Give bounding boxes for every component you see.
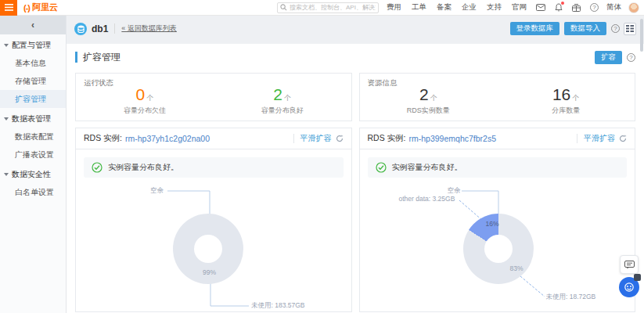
refresh-icon[interactable] xyxy=(336,135,344,142)
sidebar-item-basic-info[interactable]: 基本信息 xyxy=(0,54,66,72)
sidebar-item-broadcast-table[interactable]: 广播表设置 xyxy=(0,146,66,164)
rds-instance-id-link[interactable]: rm-hp37yh1c2g02na00 xyxy=(125,134,210,143)
hamburger-glyph xyxy=(5,4,13,11)
scrollbar-thumb[interactable] xyxy=(640,19,643,52)
nav-tickets[interactable]: 工单 xyxy=(412,2,426,13)
stat-unit: 个 xyxy=(572,94,579,102)
notification-dot xyxy=(561,2,564,5)
sidebar-item-storage-mgmt[interactable]: 存储管理 xyxy=(0,72,66,90)
stat-unit: 个 xyxy=(146,94,153,102)
aliyun-logo[interactable]: (-) 阿里云 xyxy=(23,2,58,13)
card-header: RDS 实例: rm-hp399emqhc7fbr2s5 平滑扩容 xyxy=(360,128,635,149)
nav-billing[interactable]: 费用 xyxy=(387,2,401,13)
stat-label: 分库数量 xyxy=(497,106,635,116)
header-help-icon[interactable]: ? xyxy=(611,24,620,33)
mail-icon[interactable] xyxy=(535,2,545,13)
sidebar-group-tables-header[interactable]: 数据表管理 xyxy=(0,110,66,128)
free-space-label: 空余 xyxy=(150,186,164,196)
sidebar-item-table-config[interactable]: 数据表配置 xyxy=(0,128,66,146)
topbar-nav: 费用 工单 备案 企业 支持 官网 xyxy=(387,2,527,13)
unused-percent-label: 99% xyxy=(203,268,216,276)
rds-instance-label: RDS 实例: xyxy=(84,133,122,144)
topbar-icons: ? xyxy=(535,2,599,13)
sidebar-group-label: 数据表管理 xyxy=(12,113,51,124)
stat-shard-count: 16个 分库数量 xyxy=(497,78,635,116)
page-header: db1 « 返回数据库列表 登录数据库 数据导入 ? xyxy=(67,16,644,41)
page-title: db1 xyxy=(92,23,108,34)
other-data-label: other data: 3.25GB xyxy=(399,195,455,203)
sidebar-group-config-header[interactable]: 配置与管理 xyxy=(0,36,66,54)
assistant-badge xyxy=(634,274,641,281)
rds-instance-id-link[interactable]: rm-hp399emqhc7fbr2s5 xyxy=(409,134,496,143)
stat-capacity-good: 2个 容量分布良好 xyxy=(214,78,351,116)
stat-unit: 个 xyxy=(284,94,291,102)
resource-info-box: 资源信息 2个 RDS实例数量 16个 分库数量 xyxy=(359,73,636,121)
app-box-icon[interactable] xyxy=(571,2,581,13)
check-circle-icon xyxy=(376,162,387,173)
stat-value: 16 xyxy=(552,85,570,103)
stat-unit: 个 xyxy=(430,94,437,102)
back-to-database-list-link[interactable]: « 返回数据库列表 xyxy=(114,23,177,34)
sidebar-group-label: 配置与管理 xyxy=(12,40,51,51)
nav-website[interactable]: 官网 xyxy=(512,2,527,13)
divider xyxy=(293,134,294,143)
leader-lines xyxy=(76,128,351,311)
stat-value: 2 xyxy=(419,85,429,103)
smooth-expand-link[interactable]: 平滑扩容 xyxy=(584,133,615,144)
capacity-donut-chart: 空余 other data: 3.25GB 16% 83% 未使用: 18.72… xyxy=(360,128,635,311)
smooth-expand-link[interactable]: 平滑扩容 xyxy=(300,133,332,144)
search-input[interactable] xyxy=(290,4,376,11)
global-search[interactable] xyxy=(277,2,379,13)
rds-instance-card-2: RDS 实例: rm-hp399emqhc7fbr2s5 平滑扩容 实例容量分布… xyxy=(359,128,636,312)
status-strip: 实例容量分布良好。 xyxy=(368,157,628,178)
sidebar-item-expansion-mgmt[interactable]: 扩容管理 xyxy=(0,90,66,108)
robot-icon xyxy=(624,282,635,293)
stat-label: RDS实例数量 xyxy=(360,106,498,116)
nav-icp[interactable]: 备案 xyxy=(437,2,452,13)
language-selector[interactable]: 简体 xyxy=(606,2,621,13)
section-title: 扩容管理 xyxy=(75,52,121,63)
hamburger-menu-icon[interactable] xyxy=(0,0,17,16)
main-content: db1 « 返回数据库列表 登录数据库 数据导入 ? 扩容管理 扩容 ? 运行状… xyxy=(67,16,644,313)
user-avatar[interactable] xyxy=(628,2,639,13)
notification-bell-icon[interactable] xyxy=(553,2,563,13)
stat-value: 2 xyxy=(273,85,282,103)
sidebar-group-label: 数据安全性 xyxy=(12,169,51,180)
stat-label: 容量分布欠佳 xyxy=(76,106,214,116)
sidebar-item-whitelist[interactable]: 白名单设置 xyxy=(0,183,66,201)
status-strip: 实例容量分布良好。 xyxy=(84,157,344,178)
section-info-icon[interactable]: ? xyxy=(627,53,635,62)
refresh-icon[interactable] xyxy=(619,135,627,142)
nav-enterprise[interactable]: 企业 xyxy=(462,2,477,13)
login-database-button[interactable]: 登录数据库 xyxy=(510,22,560,35)
resource-info-title: 资源信息 xyxy=(368,78,398,88)
sidebar-collapse-button[interactable]: ‹ xyxy=(0,16,66,34)
run-status-title: 运行状态 xyxy=(84,78,113,88)
section-header: 扩容管理 扩容 ? xyxy=(75,49,635,65)
chat-bubble-icon xyxy=(624,261,635,269)
nav-support[interactable]: 支持 xyxy=(487,2,502,13)
donut-ring xyxy=(173,214,243,284)
caret-down-icon xyxy=(4,117,9,121)
status-text: 实例容量分布良好。 xyxy=(392,162,462,173)
layout-toggle-icon[interactable] xyxy=(624,23,636,35)
collapse-chevron-icon: ‹ xyxy=(31,20,34,31)
caret-down-icon xyxy=(4,173,9,176)
feedback-button[interactable] xyxy=(620,255,639,274)
sidebar-group-tables: 数据表管理 数据表配置 广播表设置 xyxy=(0,110,66,164)
sidebar-group-security-header[interactable]: 数据安全性 xyxy=(0,165,66,183)
capacity-donut-chart: 空余 99% 未使用: 183.57GB xyxy=(76,128,351,311)
unused-percent-label: 83% xyxy=(510,264,523,272)
data-import-button[interactable]: 数据导入 xyxy=(564,22,606,35)
expand-capacity-button[interactable]: 扩容 xyxy=(595,51,622,64)
sidebar-group-config: 配置与管理 基本信息 存储管理 扩容管理 xyxy=(0,36,66,108)
unused-size-label: 未使用: 183.57GB xyxy=(251,301,305,311)
check-circle-icon xyxy=(92,162,103,173)
sidebar-group-security: 数据安全性 白名单设置 xyxy=(0,165,66,201)
aliyun-logo-mark-icon: (-) xyxy=(23,3,30,13)
instance-cards-row: RDS 实例: rm-hp37yh1c2g02na00 平滑扩容 实例容量分布良… xyxy=(75,128,635,312)
other-data-percent-label: 16% xyxy=(486,220,499,228)
card-header: RDS 实例: rm-hp37yh1c2g02na00 平滑扩容 xyxy=(76,128,351,149)
help-icon[interactable]: ? xyxy=(589,2,599,13)
content-panel: 扩容管理 扩容 ? 运行状态 0个 容量分布欠佳 2个 容量分布良好 xyxy=(67,44,644,313)
